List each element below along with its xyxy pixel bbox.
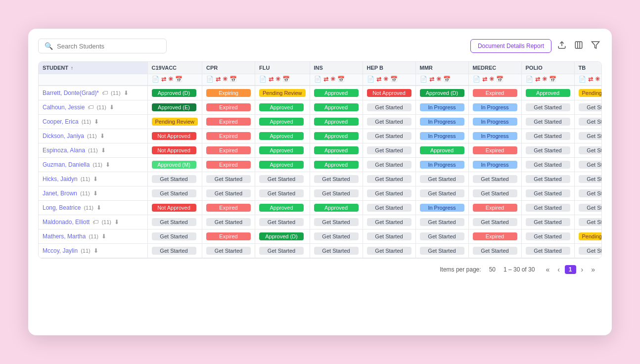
- status-cell-2-8[interactable]: Get Started: [574, 115, 602, 129]
- status-badge[interactable]: Get Started: [367, 218, 411, 226]
- tag-icon[interactable]: 🏷: [92, 219, 98, 226]
- download-icon[interactable]: ⬇: [109, 104, 114, 111]
- status-cell-1-6[interactable]: In Progress: [468, 100, 521, 115]
- status-cell-0-5[interactable]: Approved (D): [415, 86, 468, 100]
- status-badge[interactable]: Expired: [473, 146, 517, 154]
- doc-icon[interactable]: 📄: [367, 76, 374, 83]
- status-cell-5-7[interactable]: Get Started: [521, 158, 574, 172]
- status-cell-11-4[interactable]: Get Started: [363, 244, 415, 258]
- status-badge[interactable]: Approved: [314, 132, 359, 140]
- student-name[interactable]: Janet, Brown: [43, 190, 77, 197]
- status-badge[interactable]: Get Started: [526, 204, 570, 212]
- status-cell-2-1[interactable]: Expired: [202, 115, 255, 129]
- status-cell-10-5[interactable]: Get Started: [415, 229, 468, 244]
- status-badge[interactable]: Get Started: [579, 247, 602, 255]
- asterisk-icon[interactable]: ✳: [330, 76, 335, 83]
- status-cell-6-5[interactable]: Get Started: [415, 172, 468, 186]
- status-badge[interactable]: Approved (D): [152, 89, 196, 97]
- status-badge[interactable]: Get Started: [579, 175, 602, 183]
- status-cell-0-8[interactable]: Pending Review: [574, 86, 602, 100]
- status-cell-4-7[interactable]: Get Started: [521, 143, 574, 158]
- status-badge[interactable]: Expired: [473, 204, 517, 212]
- status-cell-11-6[interactable]: Get Started: [468, 244, 521, 258]
- status-badge[interactable]: In Progress: [473, 132, 517, 140]
- status-cell-9-5[interactable]: Get Started: [415, 215, 468, 229]
- status-badge[interactable]: Expired: [473, 89, 517, 97]
- calendar-icon[interactable]: 📅: [443, 76, 451, 83]
- status-cell-8-7[interactable]: Get Started: [521, 201, 574, 215]
- search-box[interactable]: 🔍: [38, 39, 167, 53]
- status-cell-1-3[interactable]: Approved: [310, 100, 363, 115]
- status-cell-2-3[interactable]: Approved: [310, 115, 363, 129]
- status-badge[interactable]: Get Started: [206, 175, 251, 183]
- status-badge[interactable]: Expired: [206, 146, 251, 154]
- status-badge[interactable]: Approved: [259, 103, 304, 111]
- student-name[interactable]: Maldonado, Elliott: [43, 219, 90, 226]
- download-icon[interactable]: ⬇: [101, 147, 106, 154]
- status-cell-8-3[interactable]: Approved: [310, 201, 363, 215]
- status-cell-7-1[interactable]: Get Started: [202, 186, 255, 201]
- status-cell-3-4[interactable]: Get Started: [363, 129, 415, 143]
- status-cell-8-8[interactable]: Get Started: [574, 201, 602, 215]
- status-cell-1-2[interactable]: Approved: [255, 100, 310, 115]
- share-icon[interactable]: ⇄: [588, 76, 593, 83]
- student-name[interactable]: Espinoza, Alana: [43, 147, 85, 154]
- status-badge[interactable]: Approved: [259, 118, 304, 126]
- status-cell-9-2[interactable]: Get Started: [255, 215, 310, 229]
- status-badge[interactable]: In Progress: [420, 103, 464, 111]
- asterisk-icon[interactable]: ✳: [275, 76, 280, 83]
- download-icon[interactable]: ⬇: [101, 233, 106, 240]
- status-badge[interactable]: Get Started: [473, 175, 517, 183]
- first-page-button[interactable]: «: [543, 265, 552, 274]
- status-badge[interactable]: Get Started: [152, 175, 196, 183]
- status-badge[interactable]: Get Started: [579, 118, 602, 126]
- share-icon[interactable]: ⇄: [376, 76, 381, 83]
- share-icon[interactable]: ⇄: [323, 76, 328, 83]
- status-badge[interactable]: Expired: [473, 232, 517, 240]
- status-cell-10-7[interactable]: Get Started: [521, 229, 574, 244]
- tag-icon[interactable]: 🏷: [88, 104, 93, 111]
- calendar-icon[interactable]: 📅: [496, 76, 503, 83]
- asterisk-icon[interactable]: ✳: [383, 76, 388, 83]
- expand-button[interactable]: [572, 39, 585, 53]
- status-badge[interactable]: Get Started: [314, 232, 359, 240]
- status-cell-0-1[interactable]: Expiring: [202, 86, 255, 100]
- status-cell-0-4[interactable]: Not Approved: [363, 86, 415, 100]
- status-badge[interactable]: Not Approved: [152, 132, 196, 140]
- asterisk-icon[interactable]: ✳: [436, 76, 441, 83]
- status-badge[interactable]: Expired: [206, 103, 251, 111]
- doc-report-button[interactable]: Document Details Report: [470, 39, 551, 53]
- status-cell-4-2[interactable]: Approved: [255, 143, 310, 158]
- status-badge[interactable]: Get Started: [420, 218, 464, 226]
- status-cell-3-6[interactable]: In Progress: [468, 129, 521, 143]
- status-cell-1-4[interactable]: Get Started: [363, 100, 415, 115]
- status-cell-9-6[interactable]: Get Started: [468, 215, 521, 229]
- status-cell-1-0[interactable]: Approved (E): [147, 100, 202, 115]
- status-badge[interactable]: Get Started: [367, 247, 411, 255]
- status-badge[interactable]: Pending Review: [152, 118, 198, 126]
- student-name[interactable]: Long, Beatrice: [43, 204, 81, 211]
- last-page-button[interactable]: »: [588, 265, 598, 274]
- status-badge[interactable]: Approved: [259, 146, 304, 154]
- status-badge[interactable]: In Progress: [420, 132, 464, 140]
- status-cell-8-6[interactable]: Expired: [468, 201, 521, 215]
- doc-icon[interactable]: 📄: [152, 76, 159, 83]
- status-badge[interactable]: Approved: [314, 161, 359, 169]
- status-badge[interactable]: Expired: [206, 118, 251, 126]
- status-badge[interactable]: Approved (E): [152, 103, 196, 111]
- status-badge[interactable]: Get Started: [206, 189, 251, 197]
- status-cell-11-2[interactable]: Get Started: [255, 244, 310, 258]
- status-badge[interactable]: In Progress: [473, 161, 517, 169]
- student-name[interactable]: Mccoy, Jaylin: [43, 247, 78, 254]
- status-cell-1-5[interactable]: In Progress: [415, 100, 468, 115]
- status-cell-10-8[interactable]: Pending Review: [574, 229, 602, 244]
- current-page[interactable]: 1: [565, 265, 576, 274]
- status-badge[interactable]: Get Started: [473, 189, 517, 197]
- status-badge[interactable]: Get Started: [314, 247, 359, 255]
- download-icon[interactable]: ⬇: [100, 133, 105, 139]
- status-cell-7-4[interactable]: Get Started: [363, 186, 415, 201]
- status-badge[interactable]: Get Started: [259, 247, 304, 255]
- status-cell-11-5[interactable]: Get Started: [415, 244, 468, 258]
- status-badge[interactable]: In Progress: [473, 103, 517, 111]
- status-cell-7-3[interactable]: Get Started: [310, 186, 363, 201]
